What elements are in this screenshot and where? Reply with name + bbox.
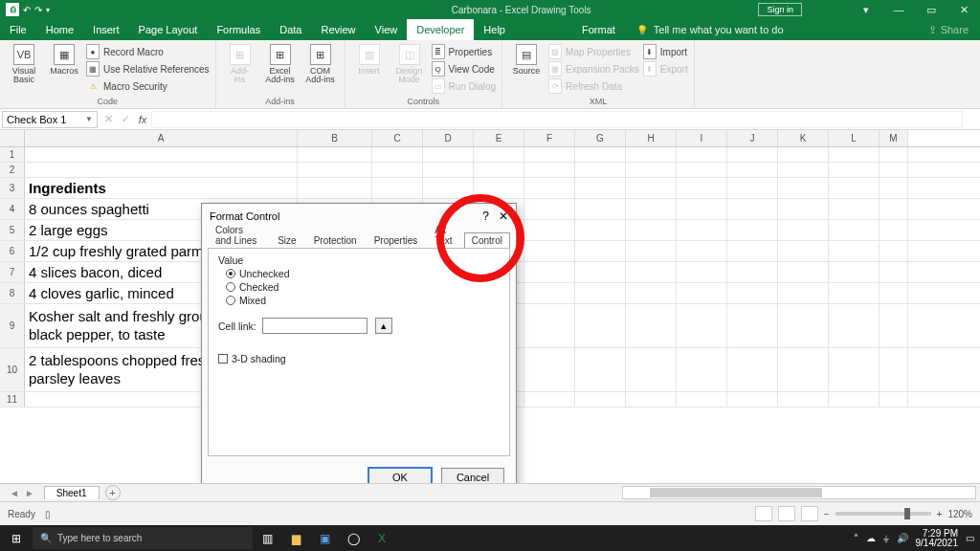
cell[interactable] bbox=[575, 178, 626, 198]
col-M[interactable]: M bbox=[880, 130, 908, 146]
tab-insert[interactable]: Insert bbox=[83, 19, 129, 40]
macro-security-button[interactable]: ⚠Macro Security bbox=[86, 78, 210, 94]
cell[interactable] bbox=[575, 241, 626, 261]
cell[interactable] bbox=[829, 304, 880, 347]
signin-button[interactable]: Sign in bbox=[758, 3, 802, 16]
cell[interactable] bbox=[677, 348, 727, 391]
qat-undo-icon[interactable]: ↶ bbox=[23, 5, 31, 15]
cell[interactable] bbox=[829, 163, 880, 177]
properties-button[interactable]: ≣Properties bbox=[432, 44, 496, 59]
cell-link-input[interactable] bbox=[262, 318, 368, 334]
view-layout-button[interactable] bbox=[778, 506, 795, 521]
dlg-tab-size[interactable]: Size bbox=[270, 232, 303, 248]
cell[interactable] bbox=[880, 178, 908, 198]
cell[interactable] bbox=[372, 178, 423, 198]
run-dialog-button[interactable]: ▭Run Dialog bbox=[432, 78, 496, 94]
cell[interactable] bbox=[778, 147, 829, 162]
cell[interactable] bbox=[778, 163, 829, 177]
cell[interactable] bbox=[880, 220, 908, 240]
col-E[interactable]: E bbox=[474, 130, 524, 146]
cell[interactable] bbox=[524, 147, 575, 162]
column-headers[interactable]: A B C D E F G H I J K L M bbox=[0, 130, 980, 147]
radio-checked[interactable]: Checked bbox=[226, 281, 500, 293]
tab-page-layout[interactable]: Page Layout bbox=[129, 19, 208, 40]
cell[interactable] bbox=[727, 178, 778, 198]
tab-file[interactable]: File bbox=[0, 19, 36, 40]
cancel-formula-icon[interactable]: ✕ bbox=[100, 113, 117, 125]
zoom-slider[interactable] bbox=[835, 512, 931, 516]
cell[interactable] bbox=[778, 178, 829, 198]
cell[interactable] bbox=[677, 241, 727, 261]
cell[interactable] bbox=[778, 283, 829, 303]
tab-view[interactable]: View bbox=[366, 19, 408, 40]
col-J[interactable]: J bbox=[727, 130, 778, 146]
macros-button[interactable]: ▦ Macros bbox=[46, 44, 82, 76]
cell[interactable] bbox=[880, 392, 908, 407]
cell[interactable] bbox=[880, 304, 908, 347]
cell-link-picker-button[interactable]: ▲ bbox=[375, 318, 392, 334]
dlg-tab-control[interactable]: Control bbox=[464, 232, 510, 248]
cell[interactable] bbox=[524, 262, 575, 282]
tray-notifications-icon[interactable]: ▭ bbox=[966, 533, 974, 543]
dlg-tab-colors[interactable]: Colors and Lines bbox=[208, 222, 268, 248]
cell[interactable] bbox=[727, 348, 778, 391]
share-button[interactable]: ⇪ Share bbox=[917, 19, 980, 40]
cell[interactable] bbox=[677, 199, 727, 219]
cell[interactable] bbox=[829, 348, 880, 391]
view-code-button[interactable]: QView Code bbox=[432, 61, 496, 77]
relative-refs-button[interactable]: ▦Use Relative References bbox=[86, 61, 210, 77]
cell[interactable] bbox=[677, 220, 727, 240]
cell[interactable] bbox=[880, 241, 908, 261]
col-F[interactable]: F bbox=[524, 130, 575, 146]
cell[interactable] bbox=[626, 283, 677, 303]
tray-up-icon[interactable]: ˄ bbox=[854, 533, 858, 543]
name-box-dropdown-icon[interactable]: ▼ bbox=[85, 115, 93, 123]
cell[interactable] bbox=[524, 220, 575, 240]
cell[interactable] bbox=[626, 178, 677, 198]
row-header[interactable]: 9 bbox=[0, 304, 25, 347]
dlg-tab-protection[interactable]: Protection bbox=[306, 232, 365, 248]
ribbon-options-icon[interactable]: ▾ bbox=[850, 4, 882, 16]
cell[interactable] bbox=[677, 392, 727, 407]
cell[interactable] bbox=[298, 147, 372, 162]
col-C[interactable]: C bbox=[372, 130, 423, 146]
row-header[interactable]: 11 bbox=[0, 392, 25, 407]
cell[interactable] bbox=[524, 163, 575, 177]
restore-button[interactable]: ▭ bbox=[915, 4, 947, 16]
excel-taskbar-icon[interactable]: X bbox=[368, 532, 396, 545]
row-header[interactable]: 6 bbox=[0, 241, 25, 261]
zoom-in-button[interactable]: + bbox=[937, 509, 943, 519]
visual-basic-button[interactable]: VB Visual Basic bbox=[6, 44, 42, 85]
tellme-input[interactable]: Tell me what you want to do bbox=[654, 24, 784, 35]
cell[interactable] bbox=[727, 262, 778, 282]
cell[interactable] bbox=[575, 262, 626, 282]
cell[interactable] bbox=[778, 304, 829, 347]
cell[interactable] bbox=[575, 147, 626, 162]
tab-format[interactable]: Format bbox=[572, 19, 625, 40]
fx-icon[interactable]: fx bbox=[134, 114, 151, 125]
cell[interactable] bbox=[880, 348, 908, 391]
cell[interactable] bbox=[778, 220, 829, 240]
row-header[interactable]: 5 bbox=[0, 220, 25, 240]
cell[interactable] bbox=[677, 163, 727, 177]
cell[interactable] bbox=[880, 199, 908, 219]
cell[interactable] bbox=[474, 163, 524, 177]
sheet-prev-icon[interactable]: ◄ bbox=[10, 488, 19, 498]
cell[interactable] bbox=[626, 262, 677, 282]
col-B[interactable]: B bbox=[298, 130, 372, 146]
cell[interactable] bbox=[829, 147, 880, 162]
zoom-level[interactable]: 120% bbox=[947, 509, 972, 519]
cell[interactable] bbox=[727, 147, 778, 162]
col-K[interactable]: K bbox=[778, 130, 829, 146]
cell[interactable] bbox=[778, 262, 829, 282]
cell[interactable] bbox=[626, 199, 677, 219]
cell[interactable] bbox=[575, 220, 626, 240]
cell[interactable] bbox=[524, 178, 575, 198]
row-header[interactable]: 4 bbox=[0, 199, 25, 219]
cell[interactable] bbox=[626, 304, 677, 347]
row-header[interactable]: 10 bbox=[0, 348, 25, 391]
cell[interactable] bbox=[575, 283, 626, 303]
design-mode-button[interactable]: ◫Design Mode bbox=[391, 44, 428, 85]
cell[interactable] bbox=[575, 199, 626, 219]
cell[interactable] bbox=[25, 147, 298, 162]
